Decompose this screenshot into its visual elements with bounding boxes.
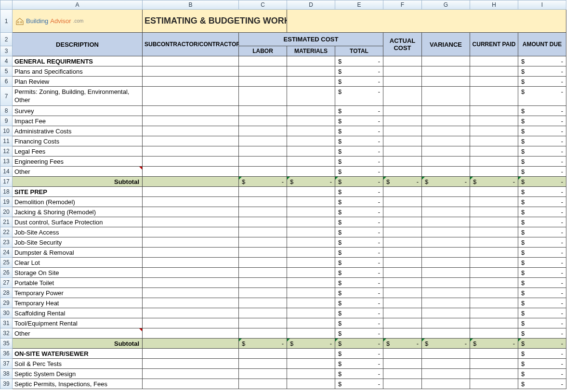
description-cell[interactable]: ON-SITE WATER/SEWER xyxy=(13,349,143,359)
actual-cost-cell[interactable] xyxy=(383,157,422,167)
materials-cell[interactable] xyxy=(287,359,335,369)
materials-cell[interactable] xyxy=(287,146,335,157)
money-cell[interactable]: $- xyxy=(518,328,566,339)
description-cell[interactable]: Job-Site Security xyxy=(13,237,143,248)
money-cell[interactable]: $- xyxy=(335,339,383,349)
materials-cell[interactable] xyxy=(287,66,335,77)
money-cell[interactable]: $- xyxy=(518,359,566,369)
actual-cost-cell[interactable] xyxy=(383,146,422,157)
row-header[interactable]: 39 xyxy=(0,379,13,389)
subcontractor-cell[interactable] xyxy=(143,369,239,379)
labor-cell[interactable] xyxy=(239,77,287,87)
money-cell[interactable]: $- xyxy=(335,177,383,187)
actual-cost-cell[interactable] xyxy=(383,379,422,389)
row-header[interactable]: 5 xyxy=(0,66,13,77)
row-header[interactable]: 24 xyxy=(0,248,13,258)
actual-cost-cell[interactable] xyxy=(383,278,422,288)
description-cell[interactable]: SITE PREP xyxy=(13,187,143,197)
description-cell[interactable]: GENERAL REQUIRMENTS xyxy=(13,56,143,66)
money-cell[interactable]: $- xyxy=(518,56,566,66)
current-paid-cell[interactable] xyxy=(470,217,518,227)
variance-cell[interactable] xyxy=(422,268,470,278)
row-header[interactable]: 31 xyxy=(0,318,13,328)
current-paid-cell[interactable] xyxy=(470,369,518,379)
actual-cost-cell[interactable] xyxy=(383,87,422,106)
description-cell[interactable]: Plans and Specifications xyxy=(13,66,143,77)
money-cell[interactable]: $- xyxy=(518,177,566,187)
subcontractor-cell[interactable] xyxy=(143,308,239,318)
current-paid-cell[interactable] xyxy=(470,87,518,106)
materials-cell[interactable] xyxy=(287,318,335,328)
money-cell[interactable]: $- xyxy=(335,359,383,369)
row-header[interactable]: 17 xyxy=(0,177,13,187)
variance-cell[interactable] xyxy=(422,146,470,157)
description-cell[interactable]: Temporary Heat xyxy=(13,298,143,308)
money-cell[interactable]: $- xyxy=(335,146,383,157)
money-cell[interactable]: $- xyxy=(518,217,566,227)
cell[interactable] xyxy=(143,339,239,349)
row-header[interactable]: 27 xyxy=(0,278,13,288)
row-header[interactable]: 28 xyxy=(0,288,13,298)
actual-cost-cell[interactable] xyxy=(383,77,422,87)
money-cell[interactable]: $- xyxy=(518,126,566,136)
row-header[interactable]: 38 xyxy=(0,369,13,379)
variance-cell[interactable] xyxy=(422,288,470,298)
money-cell[interactable]: $- xyxy=(335,106,383,116)
row-header[interactable]: 13 xyxy=(0,157,13,167)
row-header[interactable]: 1 xyxy=(0,10,13,33)
current-paid-cell[interactable] xyxy=(470,237,518,248)
variance-cell[interactable] xyxy=(422,77,470,87)
variance-cell[interactable] xyxy=(422,318,470,328)
variance-cell[interactable] xyxy=(422,66,470,77)
variance-cell[interactable] xyxy=(422,187,470,197)
money-cell[interactable]: $- xyxy=(518,349,566,359)
description-cell[interactable]: Plan Review xyxy=(13,77,143,87)
money-cell[interactable]: $- xyxy=(287,339,335,349)
actual-cost-cell[interactable] xyxy=(383,187,422,197)
variance-cell[interactable] xyxy=(422,379,470,389)
actual-cost-cell[interactable] xyxy=(383,126,422,136)
money-cell[interactable]: $- xyxy=(335,328,383,339)
materials-cell[interactable] xyxy=(287,237,335,248)
current-paid-cell[interactable] xyxy=(470,328,518,339)
money-cell[interactable]: $- xyxy=(335,136,383,146)
money-cell[interactable]: $- xyxy=(518,146,566,157)
current-paid-cell[interactable] xyxy=(470,106,518,116)
description-cell[interactable]: Survey xyxy=(13,106,143,116)
current-paid-cell[interactable] xyxy=(470,197,518,207)
money-cell[interactable]: $- xyxy=(518,308,566,318)
description-cell[interactable]: Administrative Costs xyxy=(13,126,143,136)
variance-cell[interactable] xyxy=(422,359,470,369)
money-cell[interactable]: $- xyxy=(518,106,566,116)
money-cell[interactable]: $- xyxy=(383,177,422,187)
description-cell[interactable]: Permits: Zoning, Building, Environmental… xyxy=(13,87,143,106)
labor-cell[interactable] xyxy=(239,106,287,116)
variance-cell[interactable] xyxy=(422,328,470,339)
money-cell[interactable]: $- xyxy=(335,268,383,278)
variance-cell[interactable] xyxy=(422,197,470,207)
description-cell[interactable]: Engineering Fees xyxy=(13,157,143,167)
subcontractor-cell[interactable] xyxy=(143,258,239,268)
actual-cost-cell[interactable] xyxy=(383,268,422,278)
actual-cost-cell[interactable] xyxy=(383,359,422,369)
actual-cost-cell[interactable] xyxy=(383,258,422,268)
money-cell[interactable]: $- xyxy=(335,56,383,66)
variance-cell[interactable] xyxy=(422,278,470,288)
subcontractor-cell[interactable] xyxy=(143,187,239,197)
row-header[interactable]: 14 xyxy=(0,167,13,177)
money-cell[interactable]: $- xyxy=(335,77,383,87)
labor-cell[interactable] xyxy=(239,349,287,359)
actual-cost-cell[interactable] xyxy=(383,369,422,379)
money-cell[interactable]: $- xyxy=(335,237,383,248)
variance-cell[interactable] xyxy=(422,217,470,227)
labor-cell[interactable] xyxy=(239,227,287,237)
labor-cell[interactable] xyxy=(239,268,287,278)
money-cell[interactable]: $- xyxy=(470,339,518,349)
materials-cell[interactable] xyxy=(287,349,335,359)
subcontractor-cell[interactable] xyxy=(143,268,239,278)
money-cell[interactable]: $- xyxy=(518,278,566,288)
column-header-F[interactable]: F xyxy=(383,0,422,10)
row-header[interactable]: 32 xyxy=(0,328,13,339)
subcontractor-cell[interactable] xyxy=(143,126,239,136)
actual-cost-cell[interactable] xyxy=(383,207,422,217)
